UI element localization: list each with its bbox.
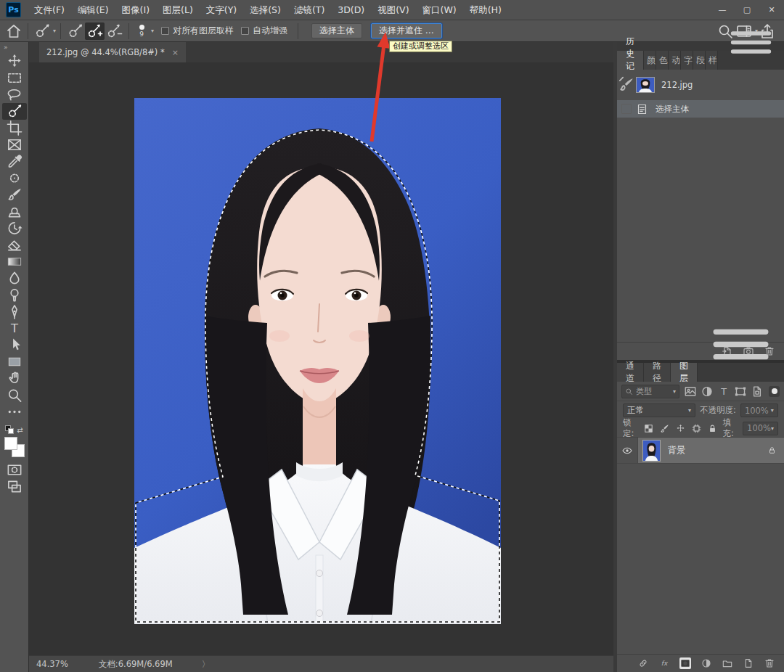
new-selection-mode-button[interactable] [65,22,85,40]
sample-all-layers-checkbox[interactable]: 对所有图层取样 [161,25,234,37]
crop-tool[interactable] [2,120,27,136]
tab-history[interactable]: 历史记录 [617,51,644,70]
tab-collapsed-1[interactable]: 颜 [644,51,656,70]
brush-size-picker[interactable]: 9 [134,22,150,41]
path-selection-tool[interactable] [2,337,27,353]
lock-paint-icon[interactable] [659,423,670,434]
select-and-mask-button[interactable]: 选择并遮住 … [371,23,442,38]
trash-icon[interactable] [764,657,775,669]
tool-preset-icon[interactable] [33,22,52,40]
layer-filter-type-select[interactable]: 类型 ▾ [621,385,679,398]
zoom-tool[interactable] [2,387,27,403]
menu-item-9[interactable]: 视图(V) [371,0,415,20]
lock-all-icon[interactable] [707,423,718,434]
swap-colors-icon[interactable]: ⇄ [17,426,23,434]
panel-menu-icon[interactable] [698,307,784,382]
foreground-color-swatch[interactable] [4,437,17,450]
close-tab-icon[interactable]: × [172,48,179,57]
layer-visibility-toggle[interactable] [617,438,638,463]
tab-layers[interactable]: 图层 [671,363,698,382]
add-to-selection-mode-button[interactable] [85,22,105,40]
eraser-tool[interactable] [2,237,27,253]
adjustment-icon[interactable] [701,657,712,669]
history-state-row-selected[interactable]: 选择主体 [617,100,784,118]
screen-mode-button[interactable] [2,478,27,495]
quick-mask-button[interactable] [2,462,27,478]
menu-item-10[interactable]: 窗口(W) [416,0,463,20]
edit-toolbar[interactable] [2,403,27,420]
history-brush-source-icon[interactable] [617,75,636,94]
menu-item-11[interactable]: 帮助(H) [463,0,508,20]
menu-item-4[interactable]: 图层(L) [156,0,200,20]
tab-collapsed-4[interactable]: 字 [681,51,693,70]
home-icon[interactable] [4,22,23,40]
foreground-background-swatches[interactable] [4,437,25,457]
menu-item-2[interactable]: 编辑(E) [71,0,115,20]
pixel-layer-filter-icon[interactable] [683,385,698,398]
tab-collapsed-3[interactable]: 动 [669,51,681,70]
lock-transparency-icon[interactable] [643,423,654,434]
eyedropper-tool[interactable] [2,153,27,170]
menu-item-7[interactable]: 滤镜(T) [287,0,331,20]
brush-tool[interactable] [2,187,27,203]
history-brush-tool[interactable] [2,220,27,237]
layer-lock-icon[interactable] [767,446,777,455]
canvas[interactable] [29,62,613,655]
dodge-tool[interactable] [2,287,27,303]
blend-mode-select[interactable]: 正常 ▾ [623,403,695,417]
menu-item-3[interactable]: 图像(I) [115,0,156,20]
menu-item-6[interactable]: 选择(S) [243,0,287,20]
layer-row-background[interactable]: 背景 [617,438,784,464]
tab-paths[interactable]: 路径 [644,363,671,382]
quick-selection-tool[interactable] [2,103,27,120]
layer-row-selected-area[interactable]: 背景 [638,438,784,463]
hand-tool[interactable] [2,370,27,387]
smart-object-filter-icon[interactable] [750,385,764,398]
menu-item-1[interactable]: 文件(F) [28,0,71,20]
mask-icon[interactable] [679,657,691,669]
rectangle-tool[interactable] [2,353,27,370]
type-filter-icon[interactable]: T [716,385,731,398]
auto-enhance-checkbox[interactable]: 自动增强 [241,25,287,37]
tab-collapsed-2[interactable]: 色 [656,51,669,70]
menu-item-5[interactable]: 文字(Y) [200,0,243,20]
gradient-tool[interactable] [2,253,27,270]
tab-channels[interactable]: 通道 [617,363,644,382]
default-colors-icon[interactable] [5,425,14,434]
opacity-select[interactable]: 100% ▾ [740,403,778,417]
lasso-tool[interactable] [2,86,27,103]
chevron-down-icon[interactable]: ▾ [151,28,154,34]
toolbar-collapse-icon[interactable]: » [0,42,28,53]
subtract-from-selection-mode-button[interactable] [105,22,124,40]
zoom-level[interactable]: 44.37% [29,659,78,669]
history-source-well[interactable] [621,104,632,114]
type-tool[interactable]: T [2,320,27,337]
pen-tool[interactable] [2,303,27,320]
lock-artboard-icon[interactable] [691,423,702,434]
layer-name: 背景 [668,444,685,456]
fill-select[interactable]: 100% ▾ [743,422,778,435]
frame-tool[interactable] [2,136,27,153]
shape-filter-icon[interactable] [733,385,748,398]
healing-tool[interactable] [2,170,27,187]
select-subject-button[interactable]: 选择主体 [311,23,362,38]
blur-tool[interactable] [2,270,27,287]
folder-icon[interactable] [722,657,733,669]
new-layer-icon[interactable] [743,657,754,669]
lock-position-icon[interactable] [675,423,686,434]
photo-document[interactable] [134,98,501,624]
status-chevron-icon[interactable]: 〉 [173,659,211,670]
panel-menu-icon[interactable] [718,15,784,70]
tab-collapsed-5[interactable]: 段 [693,51,706,70]
marquee-tool[interactable] [2,70,27,86]
menu-item-8[interactable]: 3D(D) [331,0,371,20]
fx-icon[interactable]: fx [658,657,670,669]
move-tool[interactable] [2,53,27,70]
tab-collapsed-6[interactable]: 样 [706,51,718,70]
document-tab[interactable]: 212.jpg @ 44.4%(RGB/8#) * × [39,42,186,62]
adjustment-filter-icon[interactable] [700,385,714,398]
history-snapshot-row[interactable]: 212.jpg [617,74,784,96]
layer-filter-toggle[interactable] [769,386,780,397]
link-icon[interactable] [637,657,649,669]
clone-stamp-tool[interactable] [2,203,27,220]
